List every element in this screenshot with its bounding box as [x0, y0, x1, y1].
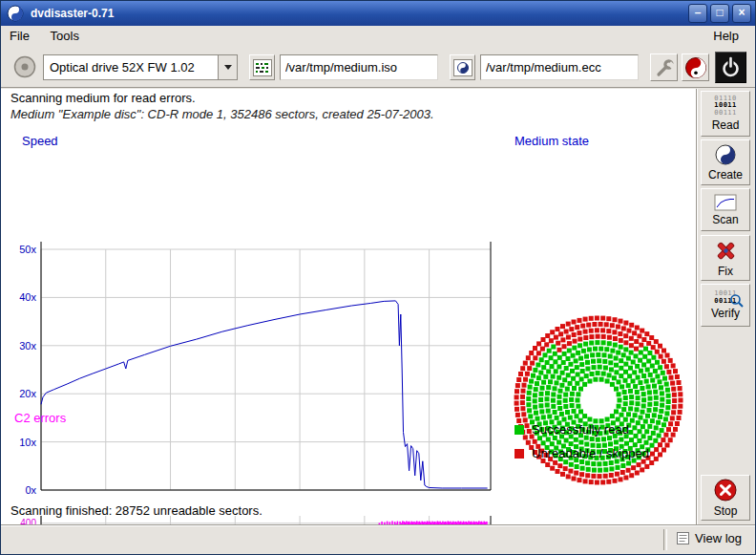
action-sidebar: 01110 10011 00111 Read Create Scan [696, 89, 755, 525]
drive-select-arrow[interactable] [218, 55, 237, 79]
bottombar: View log [1, 524, 755, 554]
fix-button[interactable]: Fix [701, 235, 750, 281]
svg-text:0x: 0x [25, 484, 36, 496]
medium-state-title: Medium state [514, 134, 589, 148]
titlebar: dvdisaster-0.71 – □ × [1, 1, 755, 26]
svg-text:40x: 40x [19, 291, 36, 303]
scan-chart-icon [714, 194, 737, 211]
scan-button[interactable]: Scan [701, 188, 750, 231]
yin-yang-icon [714, 143, 737, 166]
iso-file-button[interactable] [249, 54, 275, 80]
stop-button-label: Stop [714, 504, 738, 518]
view-log-icon [677, 532, 689, 544]
create-button[interactable]: Create [701, 139, 750, 185]
create-button-label: Create [708, 168, 743, 181]
read-button-label: Read [712, 118, 740, 132]
verify-icon: 10011 00111 [714, 290, 737, 305]
view-log-button[interactable]: View log [673, 530, 746, 546]
fix-tools-icon [714, 239, 738, 263]
bad-swatch-icon [514, 449, 524, 459]
stop-icon [713, 478, 738, 502]
main-content: Scanning medium for read errors. Medium … [1, 89, 697, 525]
drive-icon [12, 54, 37, 82]
power-icon [717, 53, 745, 81]
status-line-2: Medium "Example disc": CD-R mode 1, 3524… [10, 107, 434, 121]
read-icon: 01110 10011 00111 [714, 96, 737, 117]
window-title: dvdisaster-0.71 [31, 7, 114, 20]
dvdisaster-logo-icon [684, 56, 707, 79]
drive-select[interactable]: Optical drive 52X FW 1.02 [43, 54, 238, 80]
drive-select-value: Optical drive 52X FW 1.02 [44, 55, 218, 79]
svg-text:10x: 10x [19, 437, 36, 448]
fix-button-label: Fix [718, 265, 733, 278]
verify-button-label: Verify [711, 307, 740, 320]
iso-file-icon [253, 58, 272, 77]
about-button[interactable] [682, 53, 709, 81]
good-swatch-icon [514, 425, 524, 435]
scan-button-label: Scan [712, 213, 738, 226]
chevron-down-icon [224, 65, 232, 70]
view-log-label: View log [695, 531, 742, 545]
medium-state-disc [505, 307, 692, 494]
menu-tools[interactable]: Tools [42, 26, 88, 46]
app-window: dvdisaster-0.71 – □ × File Tools Help Op… [0, 0, 756, 555]
read-button[interactable]: 01110 10011 00111 Read [701, 91, 750, 137]
maximize-button[interactable]: □ [710, 4, 729, 23]
menu-help[interactable]: Help [704, 26, 747, 46]
app-icon [7, 5, 24, 22]
svg-text:30x: 30x [19, 340, 36, 352]
legend-item-good: Successfully read [514, 422, 629, 437]
magnifier-icon [729, 293, 745, 309]
speed-chart: 0x10x20x30x40x50x [9, 234, 497, 502]
verify-button[interactable]: 10011 00111 Verify [701, 284, 750, 327]
legend-label-good: Successfully read [532, 422, 629, 437]
ecc-file-button[interactable] [450, 54, 475, 80]
preferences-button[interactable] [650, 53, 678, 81]
menu-file[interactable]: File [1, 26, 38, 46]
close-button[interactable]: × [732, 4, 751, 23]
ecc-path-input[interactable] [480, 54, 639, 80]
legend-label-bad: Unreadable / skipped [532, 446, 649, 460]
bottombar-separator [663, 529, 667, 550]
speed-chart-title: Speed [22, 134, 58, 148]
menubar: File Tools Help [1, 26, 755, 47]
wrench-icon [652, 55, 677, 80]
svg-text:50x: 50x [19, 244, 36, 255]
quit-button[interactable] [715, 52, 746, 83]
scan-result-status: Scanning finished: 28752 unreadable sect… [10, 503, 262, 518]
iso-path-input[interactable] [280, 54, 438, 80]
c2-chart-title: C2 errors [14, 411, 66, 425]
ecc-file-icon [453, 58, 472, 77]
status-line-1: Scanning medium for read errors. [10, 91, 196, 105]
toolbar: Optical drive 52X FW 1.02 [1, 47, 755, 87]
svg-text:20x: 20x [19, 388, 36, 399]
legend-item-bad: Unreadable / skipped [514, 446, 649, 460]
minimize-button[interactable]: – [688, 4, 707, 23]
stop-button[interactable]: Stop [701, 475, 750, 521]
